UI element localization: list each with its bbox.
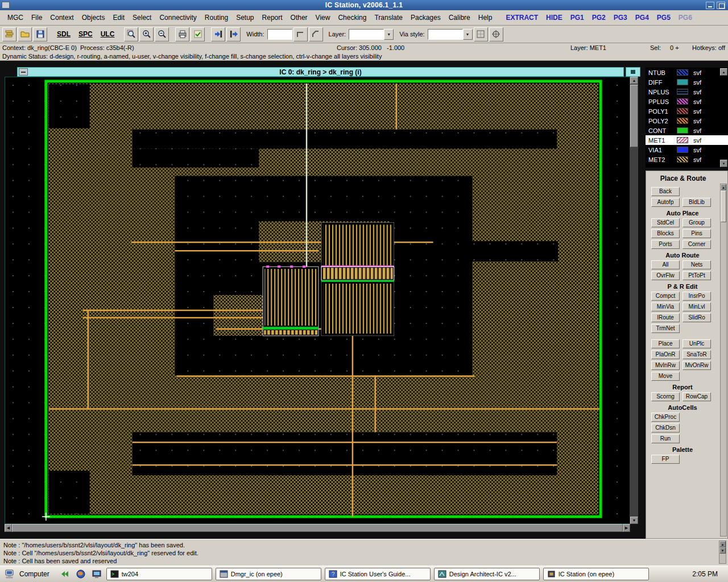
ulc-button[interactable]: ULC	[98, 28, 118, 40]
layer-swatch-poly1[interactable]	[677, 108, 688, 114]
save-button[interactable]	[33, 27, 47, 41]
scroll-down-icon[interactable]: ▼	[630, 517, 638, 524]
measure-button[interactable]	[474, 27, 488, 41]
prbtn-stdcel[interactable]: StdCel	[651, 218, 680, 227]
prbtn-run[interactable]: Run	[651, 434, 680, 443]
window-menu-icon[interactable]	[2, 2, 10, 9]
maximize-button[interactable]	[717, 2, 725, 9]
prbtn-corner[interactable]: Corner	[682, 240, 711, 249]
palette-scroll-thumb[interactable]	[721, 190, 726, 222]
taskbar-window-users-guide[interactable]: ? IC Station User's Guide...	[325, 568, 431, 580]
menu-pg6[interactable]: PG6	[675, 12, 696, 23]
layer-swatch-via1[interactable]	[677, 147, 688, 153]
layer-row-poly2[interactable]: POLY2 svf	[646, 116, 728, 126]
menu-pg1[interactable]: PG1	[566, 12, 588, 23]
menu-pg5[interactable]: PG5	[653, 12, 675, 23]
scroll-up-icon[interactable]: ▲	[630, 77, 638, 84]
menu-view[interactable]: View	[312, 12, 334, 23]
prbtn-snator[interactable]: SnaToR	[682, 350, 711, 359]
layer-row-met1[interactable]: MET1 svf	[646, 135, 728, 145]
route-in-button[interactable]	[211, 27, 225, 41]
prbtn-back[interactable]: Back	[651, 187, 680, 196]
layer-scroll-down-icon[interactable]: ▼	[720, 160, 727, 167]
browser-launcher-button[interactable]	[75, 568, 87, 580]
zoom-in-button[interactable]	[139, 27, 154, 41]
prbtn-compct[interactable]: Compct	[651, 292, 680, 301]
minimize-button[interactable]	[706, 2, 714, 9]
menu-calibre[interactable]: Calibre	[445, 12, 474, 23]
prbtn-chkproc[interactable]: ChkProc	[651, 413, 680, 422]
layer-swatch-ntub[interactable]	[677, 69, 688, 76]
layer-row-via1[interactable]: VIA1 svf	[646, 145, 728, 155]
canvas-window-menu-icon[interactable]	[19, 68, 28, 76]
layout-canvas[interactable]	[5, 77, 630, 524]
message-scroll-down-icon[interactable]: ▼	[719, 547, 726, 554]
scroll-right-icon[interactable]: ▶	[623, 524, 630, 532]
sdl-button[interactable]: SDL	[54, 28, 73, 40]
prbtn-ports[interactable]: Ports	[651, 240, 680, 249]
prbtn-plaonr[interactable]: PlaOnR	[651, 350, 680, 359]
prbtn-bldlib[interactable]: BldLib	[682, 198, 711, 207]
menu-packages[interactable]: Packages	[407, 12, 445, 23]
prbtn-unplc[interactable]: UnPlc	[682, 339, 711, 348]
prbtn-scorng[interactable]: Scorng	[651, 392, 680, 401]
menu-pg3[interactable]: PG3	[610, 12, 631, 23]
layer-row-pplus[interactable]: PPLUS svf	[646, 97, 728, 106]
layer-swatch-met1[interactable]	[677, 137, 688, 143]
prbtn-group[interactable]: Group	[682, 218, 711, 227]
print-button[interactable]	[175, 27, 189, 41]
prbtn-chkdsn[interactable]: ChkDsn	[651, 423, 680, 433]
layer-row-cont[interactable]: CONT svf	[646, 126, 728, 135]
prbtn-iroute[interactable]: IRoute	[651, 313, 680, 322]
layer-swatch-met2[interactable]	[677, 156, 688, 163]
layer-combo-arrow-icon[interactable]: ▼	[384, 29, 394, 40]
layer-swatch-pplus[interactable]	[677, 98, 688, 105]
display-launcher-button[interactable]	[90, 568, 103, 580]
back-desktop-button[interactable]	[59, 568, 71, 580]
check-button[interactable]	[191, 27, 205, 41]
prbtn-blocks[interactable]: Blocks	[651, 229, 680, 238]
taskbar-window-dmgr-ic[interactable]: Dmgr_ic (on epee)	[216, 568, 321, 580]
taskbar-window-ic-station[interactable]: IC Station (on epee)	[543, 568, 649, 580]
layer-row-ntub[interactable]: NTUB svf	[646, 68, 728, 77]
prbtn-minvia[interactable]: MinVia	[651, 302, 680, 311]
menu-other[interactable]: Other	[287, 12, 312, 23]
layer-row-met2[interactable]: MET2 svf	[646, 155, 728, 164]
spc-button[interactable]: SPC	[76, 28, 96, 40]
layer-row-diff[interactable]: DIFF svf	[646, 77, 728, 87]
menu-edit[interactable]: Edit	[109, 12, 129, 23]
prbtn-mvonrw[interactable]: MvOnRw	[682, 361, 711, 370]
palette-scroll-up-icon[interactable]: ▲	[721, 184, 726, 190]
prbtn-all[interactable]: All	[651, 260, 680, 269]
menu-setup[interactable]: Setup	[232, 12, 258, 23]
prbtn-insrpo[interactable]: InsrPo	[682, 292, 711, 301]
layer-swatch-cont[interactable]	[677, 127, 688, 134]
hscroll-thumb[interactable]	[12, 524, 623, 532]
menu-pg2[interactable]: PG2	[588, 12, 610, 23]
menu-select[interactable]: Select	[129, 12, 155, 23]
prbtn-minlvl[interactable]: MinLvl	[682, 302, 711, 311]
menu-checking[interactable]: Checking	[334, 12, 370, 23]
palette-list-button[interactable]	[2, 27, 16, 41]
prbtn-rowcap[interactable]: RowCap	[682, 392, 711, 401]
menu-pg4[interactable]: PG4	[631, 12, 653, 23]
taskbar-clock[interactable]: 2:05 PM	[685, 568, 725, 580]
prbtn-trmnet[interactable]: TrmNet	[651, 324, 680, 333]
zoom-area-button[interactable]	[124, 27, 138, 41]
canvas-vscrollbar[interactable]: ▲ ▼	[630, 77, 638, 524]
layer-scroll-up-icon[interactable]: ▲	[720, 68, 727, 76]
width-input[interactable]	[267, 29, 292, 40]
menu-report[interactable]: Report	[258, 12, 287, 23]
path-diagonal-button[interactable]	[309, 27, 323, 41]
layer-swatch-poly2[interactable]	[677, 118, 688, 124]
computer-menu-button[interactable]: Computer	[3, 568, 55, 580]
menu-hide[interactable]: HIDE	[542, 12, 566, 23]
layer-swatch-nplus[interactable]	[677, 89, 688, 95]
palette-scrollbar[interactable]: ▲	[720, 184, 727, 537]
scroll-left-icon[interactable]: ◀	[5, 524, 12, 532]
taskbar-window-tw204[interactable]: tw204	[106, 568, 212, 580]
menu-mgc[interactable]: MGC	[3, 12, 27, 23]
menu-extract[interactable]: EXTRACT	[502, 12, 542, 23]
route-out-button[interactable]	[226, 27, 241, 41]
layer-row-nplus[interactable]: NPLUS svf	[646, 87, 728, 97]
